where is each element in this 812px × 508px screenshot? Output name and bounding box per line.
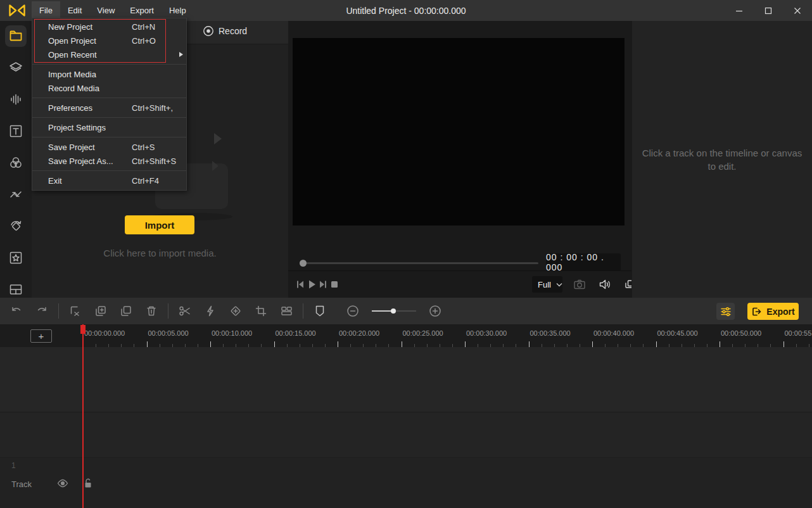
transport-controls: Full bbox=[288, 271, 631, 298]
zoom-in-button[interactable] bbox=[422, 302, 448, 320]
track-lock-toggle[interactable] bbox=[84, 478, 92, 491]
file-menu-dropdown: New Project Ctrl+N Open Project Ctrl+O O… bbox=[32, 18, 187, 191]
filters-icon bbox=[8, 155, 23, 170]
menu-separator bbox=[32, 170, 186, 171]
seek-bar[interactable] bbox=[300, 262, 538, 264]
track-index: 1 bbox=[11, 461, 16, 470]
menu-item-import-media[interactable]: Import Media bbox=[32, 67, 186, 81]
menu-item-new-project[interactable]: New Project Ctrl+N bbox=[32, 20, 186, 34]
sidebar-item-split-screen[interactable] bbox=[5, 279, 27, 300]
add-track-button[interactable]: + bbox=[30, 329, 52, 343]
record-button[interactable]: Record bbox=[203, 25, 247, 37]
ruler-tick bbox=[274, 341, 275, 347]
record-label: Record bbox=[219, 26, 247, 36]
redo-button[interactable] bbox=[29, 302, 54, 320]
playhead-handle[interactable] bbox=[80, 325, 86, 334]
adjust-settings-button[interactable] bbox=[716, 303, 735, 320]
text-icon bbox=[8, 124, 23, 139]
menu-edit[interactable]: Edit bbox=[60, 1, 89, 20]
snapshot-button[interactable] bbox=[571, 276, 588, 293]
sidebar-item-filters[interactable] bbox=[5, 152, 27, 174]
playhead[interactable] bbox=[82, 324, 84, 508]
ruler-time-label: 00:00:10.000 bbox=[212, 329, 252, 337]
export-label: Export bbox=[766, 307, 794, 317]
delete-button[interactable] bbox=[139, 302, 164, 320]
sidebar-item-audio[interactable] bbox=[5, 89, 27, 110]
record-icon bbox=[203, 25, 214, 37]
track-name: Track bbox=[11, 479, 32, 489]
preview-panel: 00 : 00 : 00 . 000 Full bbox=[288, 21, 631, 298]
menu-separator bbox=[32, 98, 186, 98]
sidebar-item-animations[interactable] bbox=[5, 215, 27, 237]
track-visibility-toggle[interactable] bbox=[57, 479, 68, 490]
export-icon bbox=[751, 307, 762, 317]
next-frame-button[interactable] bbox=[317, 276, 329, 293]
menu-view[interactable]: View bbox=[89, 1, 122, 20]
import-hint[interactable]: Click here to import media. bbox=[32, 248, 288, 258]
timeline-ruler[interactable]: + 00:00:00.00000:00:05.00000:00:10.00000… bbox=[0, 324, 812, 347]
window-controls bbox=[725, 0, 812, 21]
speed-button[interactable] bbox=[198, 302, 223, 320]
menu-item-open-recent[interactable]: Open Recent bbox=[32, 48, 186, 61]
timeline-track-row-1[interactable] bbox=[0, 347, 812, 412]
ruler-time-label: 00:00:40.000 bbox=[593, 329, 634, 337]
previous-frame-button[interactable] bbox=[295, 276, 306, 293]
sidebar-item-effects[interactable] bbox=[5, 247, 27, 269]
zoom-out-button[interactable] bbox=[340, 302, 365, 320]
menu-item-exit[interactable]: Exit Ctrl+F4 bbox=[32, 174, 186, 187]
menu-item-preferences[interactable]: Preferences Ctrl+Shift+, bbox=[32, 101, 186, 115]
minimize-button[interactable] bbox=[725, 0, 754, 21]
sidebar-item-text[interactable] bbox=[5, 120, 27, 142]
waveform-icon bbox=[8, 92, 23, 107]
maximize-button[interactable] bbox=[754, 0, 783, 21]
zoom-slider-handle[interactable] bbox=[391, 308, 396, 314]
copy-button[interactable] bbox=[113, 302, 139, 320]
split-button[interactable] bbox=[172, 302, 198, 320]
star-effects-icon bbox=[8, 250, 23, 265]
properties-hint: Click a track on the timeline or canvas … bbox=[640, 146, 804, 173]
stop-button[interactable] bbox=[329, 276, 340, 293]
edit-toolbar: Export bbox=[0, 298, 812, 324]
play-button[interactable] bbox=[306, 276, 317, 293]
timeline-zoom-slider[interactable] bbox=[372, 308, 416, 314]
time-display: 00 : 00 : 00 . 000 bbox=[546, 253, 621, 271]
animation-icon bbox=[8, 219, 23, 234]
ruler-tick bbox=[592, 341, 593, 347]
ruler-time-label: 00:00:35.000 bbox=[530, 329, 571, 337]
ruler-tick bbox=[210, 341, 211, 347]
delete-clip-button[interactable] bbox=[63, 302, 88, 320]
ruler-time-label: 00:00:00.000 bbox=[84, 329, 125, 337]
menu-item-project-settings[interactable]: Project Settings bbox=[32, 120, 186, 134]
sliders-icon bbox=[720, 306, 732, 317]
export-button[interactable]: Export bbox=[747, 303, 799, 320]
volume-button[interactable] bbox=[597, 276, 613, 293]
menu-item-record-media[interactable]: Record Media bbox=[32, 81, 186, 95]
ruler-time-label: 00:00:25.000 bbox=[403, 329, 443, 337]
sidebar-item-transitions[interactable] bbox=[5, 184, 27, 205]
crop-button[interactable] bbox=[248, 302, 274, 320]
ruler-tick bbox=[465, 341, 466, 347]
sidebar-item-media[interactable] bbox=[5, 25, 27, 47]
menu-export[interactable]: Export bbox=[122, 1, 162, 20]
close-button[interactable] bbox=[783, 0, 812, 21]
split-screen-button[interactable] bbox=[274, 302, 299, 320]
menu-item-open-project[interactable]: Open Project Ctrl+O bbox=[32, 34, 186, 48]
ruler-tick bbox=[656, 341, 657, 347]
timeline-track-header-row[interactable]: 1 Track bbox=[0, 459, 812, 508]
folder-icon bbox=[8, 29, 23, 44]
preview-scale-select[interactable]: Full bbox=[532, 276, 562, 293]
keyframe-button[interactable] bbox=[223, 302, 248, 320]
sidebar-item-elements[interactable] bbox=[5, 57, 27, 79]
import-button[interactable]: Import bbox=[125, 215, 194, 234]
menu-item-save-project[interactable]: Save Project Ctrl+S bbox=[32, 140, 186, 154]
duplicate-button[interactable] bbox=[88, 302, 113, 320]
preview-canvas[interactable] bbox=[293, 38, 625, 225]
menu-help[interactable]: Help bbox=[162, 1, 194, 20]
undo-button[interactable] bbox=[4, 302, 29, 320]
timeline-track-row-2[interactable] bbox=[0, 413, 812, 458]
seek-handle[interactable] bbox=[300, 260, 307, 267]
menu-item-save-project-as[interactable]: Save Project As... Ctrl+Shift+S bbox=[32, 154, 186, 168]
ruler-tick bbox=[338, 341, 338, 347]
menu-file[interactable]: File bbox=[32, 1, 60, 20]
marker-button[interactable] bbox=[307, 302, 333, 320]
